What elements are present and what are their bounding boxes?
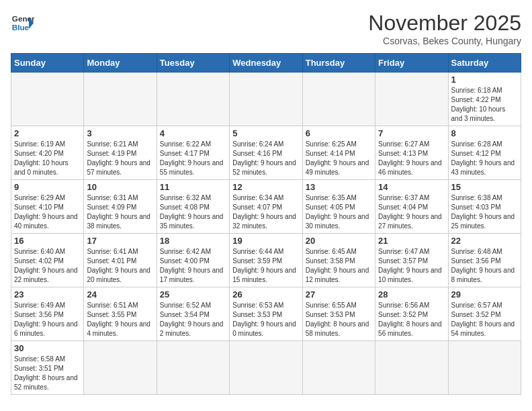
calendar-cell: 22Sunrise: 6:48 AM Sunset: 3:56 PM Dayli… (448, 234, 521, 287)
day-info: Sunrise: 6:25 AM Sunset: 4:14 PM Dayligh… (306, 140, 372, 177)
day-info: Sunrise: 6:18 AM Sunset: 4:22 PM Dayligh… (451, 86, 518, 124)
day-info: Sunrise: 6:57 AM Sunset: 3:52 PM Dayligh… (451, 301, 518, 338)
calendar-cell (302, 73, 375, 126)
weekday-header-sunday: Sunday (11, 54, 84, 73)
calendar-cell (157, 341, 229, 395)
weekday-header-friday: Friday (375, 54, 448, 73)
day-info: Sunrise: 6:56 AM Sunset: 3:52 PM Dayligh… (378, 301, 445, 338)
day-number: 28 (378, 289, 445, 300)
week-row-0: 1Sunrise: 6:18 AM Sunset: 4:22 PM Daylig… (11, 73, 521, 126)
calendar-cell: 23Sunrise: 6:49 AM Sunset: 3:56 PM Dayli… (11, 287, 84, 341)
calendar-cell (230, 73, 302, 126)
day-info: Sunrise: 6:48 AM Sunset: 3:56 PM Dayligh… (451, 247, 518, 285)
weekday-header-monday: Monday (84, 54, 157, 73)
weekday-header-wednesday: Wednesday (230, 54, 302, 73)
day-info: Sunrise: 6:24 AM Sunset: 4:16 PM Dayligh… (232, 140, 299, 177)
page-header: General Blue November 2025 Csorvas, Beke… (11, 11, 521, 46)
day-number: 8 (451, 128, 518, 138)
day-number: 12 (232, 182, 299, 192)
calendar-cell (448, 341, 521, 395)
day-info: Sunrise: 6:37 AM Sunset: 4:04 PM Dayligh… (378, 193, 445, 231)
day-number: 19 (232, 236, 299, 246)
day-number: 21 (378, 236, 445, 246)
day-info: Sunrise: 6:21 AM Sunset: 4:19 PM Dayligh… (87, 140, 153, 177)
calendar-cell (375, 73, 448, 126)
day-info: Sunrise: 6:28 AM Sunset: 4:12 PM Dayligh… (451, 140, 518, 177)
day-number: 5 (232, 128, 299, 138)
day-info: Sunrise: 6:45 AM Sunset: 3:58 PM Dayligh… (306, 247, 372, 285)
calendar-cell: 3Sunrise: 6:21 AM Sunset: 4:19 PM Daylig… (84, 126, 157, 180)
day-number: 10 (87, 182, 153, 192)
day-info: Sunrise: 6:19 AM Sunset: 4:20 PM Dayligh… (14, 140, 81, 177)
weekday-header-saturday: Saturday (448, 54, 521, 73)
weekday-header-tuesday: Tuesday (157, 54, 229, 73)
calendar-cell: 27Sunrise: 6:55 AM Sunset: 3:53 PM Dayli… (302, 287, 375, 341)
day-info: Sunrise: 6:40 AM Sunset: 4:02 PM Dayligh… (14, 247, 81, 285)
day-info: Sunrise: 6:42 AM Sunset: 4:00 PM Dayligh… (160, 247, 226, 285)
calendar-cell: 26Sunrise: 6:53 AM Sunset: 3:53 PM Dayli… (230, 287, 302, 341)
day-number: 30 (14, 343, 81, 353)
calendar-cell: 11Sunrise: 6:32 AM Sunset: 4:08 PM Dayli… (157, 180, 229, 234)
calendar-cell (157, 73, 229, 126)
day-number: 22 (451, 236, 518, 246)
day-number: 9 (14, 182, 81, 192)
calendar-cell: 25Sunrise: 6:52 AM Sunset: 3:54 PM Dayli… (157, 287, 229, 341)
calendar-cell: 28Sunrise: 6:56 AM Sunset: 3:52 PM Dayli… (375, 287, 448, 341)
week-row-1: 2Sunrise: 6:19 AM Sunset: 4:20 PM Daylig… (11, 126, 521, 180)
logo: General Blue (11, 11, 35, 35)
weekday-header-row: SundayMondayTuesdayWednesdayThursdayFrid… (11, 54, 521, 73)
subtitle: Csorvas, Bekes County, Hungary (368, 36, 521, 46)
calendar-cell: 13Sunrise: 6:35 AM Sunset: 4:05 PM Dayli… (302, 180, 375, 234)
day-number: 24 (87, 289, 153, 300)
day-info: Sunrise: 6:52 AM Sunset: 3:54 PM Dayligh… (160, 301, 226, 338)
month-title: November 2025 (368, 11, 521, 36)
week-row-5: 30Sunrise: 6:58 AM Sunset: 3:51 PM Dayli… (11, 341, 521, 395)
calendar-cell: 12Sunrise: 6:34 AM Sunset: 4:07 PM Dayli… (230, 180, 302, 234)
day-number: 7 (378, 128, 445, 138)
calendar-cell: 30Sunrise: 6:58 AM Sunset: 3:51 PM Dayli… (11, 341, 84, 395)
day-number: 1 (451, 75, 518, 85)
day-info: Sunrise: 6:53 AM Sunset: 3:53 PM Dayligh… (232, 301, 299, 338)
calendar-cell: 20Sunrise: 6:45 AM Sunset: 3:58 PM Dayli… (302, 234, 375, 287)
calendar-cell: 19Sunrise: 6:44 AM Sunset: 3:59 PM Dayli… (230, 234, 302, 287)
day-number: 2 (14, 128, 81, 138)
calendar-cell: 7Sunrise: 6:27 AM Sunset: 4:13 PM Daylig… (375, 126, 448, 180)
calendar-cell: 29Sunrise: 6:57 AM Sunset: 3:52 PM Dayli… (448, 287, 521, 341)
calendar-cell: 15Sunrise: 6:38 AM Sunset: 4:03 PM Dayli… (448, 180, 521, 234)
day-number: 11 (160, 182, 226, 192)
day-number: 23 (14, 289, 81, 300)
day-number: 3 (87, 128, 153, 138)
title-block: November 2025 Csorvas, Bekes County, Hun… (368, 11, 521, 46)
week-row-4: 23Sunrise: 6:49 AM Sunset: 3:56 PM Dayli… (11, 287, 521, 341)
calendar-cell: 2Sunrise: 6:19 AM Sunset: 4:20 PM Daylig… (11, 126, 84, 180)
calendar-cell: 10Sunrise: 6:31 AM Sunset: 4:09 PM Dayli… (84, 180, 157, 234)
calendar-cell: 14Sunrise: 6:37 AM Sunset: 4:04 PM Dayli… (375, 180, 448, 234)
calendar-cell: 1Sunrise: 6:18 AM Sunset: 4:22 PM Daylig… (448, 73, 521, 126)
day-number: 13 (306, 182, 372, 192)
calendar-cell (11, 73, 84, 126)
day-info: Sunrise: 6:27 AM Sunset: 4:13 PM Dayligh… (378, 140, 445, 177)
calendar-cell: 8Sunrise: 6:28 AM Sunset: 4:12 PM Daylig… (448, 126, 521, 180)
day-number: 14 (378, 182, 445, 192)
day-number: 15 (451, 182, 518, 192)
calendar-cell: 4Sunrise: 6:22 AM Sunset: 4:17 PM Daylig… (157, 126, 229, 180)
calendar-cell: 24Sunrise: 6:51 AM Sunset: 3:55 PM Dayli… (84, 287, 157, 341)
day-info: Sunrise: 6:22 AM Sunset: 4:17 PM Dayligh… (160, 140, 226, 177)
calendar-cell (84, 73, 157, 126)
day-info: Sunrise: 6:55 AM Sunset: 3:53 PM Dayligh… (306, 301, 372, 338)
day-number: 25 (160, 289, 226, 300)
calendar-cell: 5Sunrise: 6:24 AM Sunset: 4:16 PM Daylig… (230, 126, 302, 180)
day-number: 26 (232, 289, 299, 300)
calendar-cell: 6Sunrise: 6:25 AM Sunset: 4:14 PM Daylig… (302, 126, 375, 180)
day-info: Sunrise: 6:29 AM Sunset: 4:10 PM Dayligh… (14, 193, 81, 231)
calendar-cell (230, 341, 302, 395)
day-number: 29 (451, 289, 518, 300)
calendar-cell: 21Sunrise: 6:47 AM Sunset: 3:57 PM Dayli… (375, 234, 448, 287)
day-number: 20 (306, 236, 372, 246)
svg-text:Blue: Blue (12, 23, 30, 32)
day-info: Sunrise: 6:34 AM Sunset: 4:07 PM Dayligh… (232, 193, 299, 231)
day-info: Sunrise: 6:49 AM Sunset: 3:56 PM Dayligh… (14, 301, 81, 338)
week-row-3: 16Sunrise: 6:40 AM Sunset: 4:02 PM Dayli… (11, 234, 521, 287)
calendar-cell (375, 341, 448, 395)
day-number: 18 (160, 236, 226, 246)
